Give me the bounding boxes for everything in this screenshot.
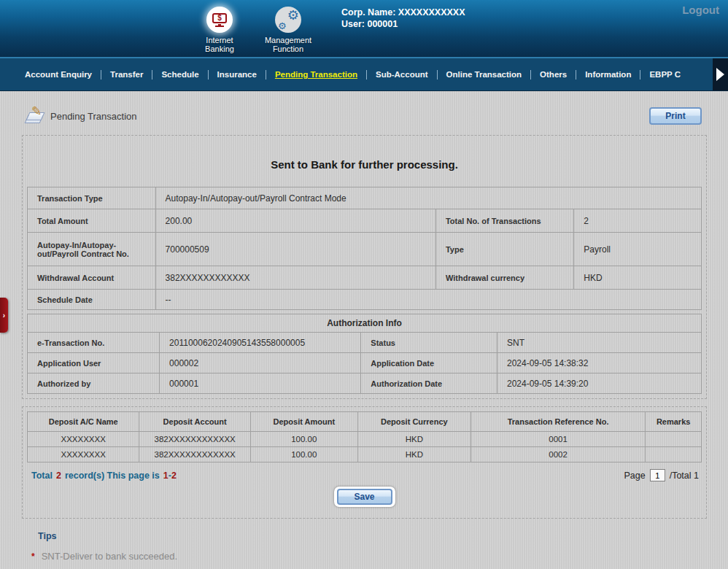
total-records-count: 2 [56, 471, 61, 481]
total-transactions-value: 2 [574, 209, 702, 233]
management-function-label-line1: Management [260, 36, 317, 44]
cell-deposit-ac-name: XXXXXXXX [28, 447, 139, 462]
etransaction-no-value: 2011000620240905143558000005 [160, 333, 361, 353]
corp-name-label: Corp. Name: [341, 7, 395, 18]
save-button-focus-ring: Save [334, 487, 395, 507]
status-label: Status [361, 333, 497, 353]
table-row: Total Amount 200.00 Total No. of Transac… [28, 209, 702, 233]
nav-item-pending-transaction[interactable]: Pending Transaction [266, 70, 366, 79]
logout-button[interactable]: Logout [682, 4, 719, 16]
withdrawal-currency-label: Withdrawal currency [435, 266, 573, 290]
internet-banking-app-switch[interactable]: $ Internet Banking [191, 7, 248, 53]
table-row: XXXXXXXX 382XXXXXXXXXXXX 100.00 HKD 0002 [28, 447, 702, 462]
authorized-by-label: Authorized by [28, 373, 160, 394]
transaction-detail-table: Transaction Type Autopay-In/Autopay-out/… [27, 187, 702, 310]
cell-deposit-amount: 100.00 [250, 447, 357, 462]
tip-item: *SNT-Deliver to bank succeeded. [31, 551, 728, 562]
nav-scroll-right-button[interactable] [713, 58, 728, 90]
records-summary-row: Total 2 record(s) This page is 1 - 2 Pag… [31, 469, 699, 481]
withdrawal-account-value: 382XXXXXXXXXXXX [155, 266, 435, 290]
table-row: Transaction Type Autopay-In/Autopay-out/… [28, 187, 702, 209]
nav-item-transfer[interactable]: Transfer [101, 70, 152, 79]
side-panel-expand-tab[interactable]: › [0, 298, 8, 333]
tips-title: Tips [38, 531, 728, 541]
page-heading: ✎ Pending Transaction Print [25, 107, 702, 125]
cell-deposit-account: 382XXXXXXXXXXXX [139, 432, 250, 447]
page-title: Pending Transaction [50, 111, 137, 122]
management-function-app-switch[interactable]: ⚙ ⚙ Management Function [260, 7, 317, 53]
range-end: 2 [171, 471, 177, 481]
deposit-list-panel: Deposit A/C Name Deposit Account Deposit… [22, 406, 707, 519]
nav-item-insurance[interactable]: Insurance [209, 70, 266, 79]
col-header-remarks: Remarks [646, 412, 702, 432]
authorization-date-label: Authorization Date [361, 373, 497, 394]
nav-item-information[interactable]: Information [576, 70, 640, 79]
col-header-deposit-account: Deposit Account [139, 412, 250, 432]
schedule-date-value: -- [155, 290, 701, 310]
cell-deposit-currency: HKD [357, 447, 471, 462]
chevron-right-icon: › [3, 311, 5, 320]
pagination-control: Page /Total 1 [624, 469, 699, 481]
type-label: Type [435, 233, 573, 266]
transaction-type-value: Autopay-In/Autopay-out/Payroll Contract … [155, 187, 701, 209]
nav-item-online-transaction[interactable]: Online Transaction [438, 70, 531, 79]
total-amount-label: Total Amount [28, 209, 156, 233]
table-row: Application User 000002 Application Date… [28, 353, 702, 373]
nav-item-sub-account[interactable]: Sub-Account [367, 70, 437, 79]
pending-transaction-icon: ✎ [25, 107, 45, 125]
table-row: Autopay-In/Autopay-out/Payroll Contract … [28, 233, 702, 266]
internet-banking-label-line2: Banking [191, 44, 248, 53]
col-header-deposit-ac-name: Deposit A/C Name [28, 412, 139, 432]
table-row: Withdrawal Account 382XXXXXXXXXXXX Withd… [28, 266, 702, 290]
application-date-value: 2024-09-05 14:38:32 [497, 353, 702, 373]
transaction-detail-panel: Sent to Bank for further processing. Tra… [22, 135, 707, 399]
internet-banking-icon: $ [206, 7, 233, 33]
col-header-deposit-currency: Deposit Currency [357, 412, 471, 432]
cell-deposit-ac-name: XXXXXXXX [28, 432, 139, 447]
authorization-info-title: Authorization Info [28, 314, 702, 333]
tip-text: SNT-Deliver to bank succeeded. [42, 551, 177, 562]
authorized-by-value: 000001 [160, 373, 361, 394]
pencil-icon: ✎ [31, 104, 42, 118]
gear-icon: ⚙ [278, 20, 287, 31]
cell-deposit-amount: 100.00 [250, 432, 357, 447]
total-amount-value: 200.00 [155, 209, 435, 233]
contract-no-label: Autopay-In/Autopay-out/Payroll Contract … [28, 233, 156, 266]
status-message: Sent to Bank for further processing. [27, 140, 702, 187]
nav-item-ebpp[interactable]: EBPP C [640, 70, 689, 79]
application-date-label: Application Date [361, 353, 497, 373]
print-button[interactable]: Print [649, 107, 702, 125]
records-range-text: record(s) This page is [65, 471, 160, 481]
cell-deposit-account: 382XXXXXXXXXXXX [139, 447, 250, 462]
etransaction-no-label: e-Transaction No. [28, 333, 160, 353]
nav-item-account-enquiry[interactable]: Account Enquiry [16, 70, 101, 79]
page-total-label: /Total 1 [670, 471, 699, 481]
nav-item-others[interactable]: Others [531, 70, 576, 79]
page-number-input[interactable] [650, 469, 665, 481]
save-button-row: Save [27, 487, 702, 507]
table-row: Schedule Date -- [28, 290, 702, 310]
col-header-deposit-amount: Deposit Amount [250, 412, 357, 432]
deposit-table: Deposit A/C Name Deposit Account Deposit… [27, 411, 702, 462]
top-header: $ Internet Banking ⚙ ⚙ Management Functi… [0, 0, 728, 57]
withdrawal-currency-value: HKD [574, 266, 702, 290]
authorization-info-table: Authorization Info e-Transaction No. 201… [27, 314, 702, 394]
transaction-type-label: Transaction Type [28, 187, 156, 209]
internet-banking-label-line1: Internet [191, 36, 248, 44]
monitor-dollar-icon: $ [212, 13, 227, 27]
nav-item-schedule[interactable]: Schedule [152, 70, 207, 79]
cell-transaction-reference-no: 0001 [471, 432, 645, 447]
main-navigation: Account Enquiry Transfer Schedule Insura… [0, 57, 728, 91]
save-button[interactable]: Save [337, 489, 392, 505]
cell-transaction-reference-no: 0002 [471, 447, 645, 462]
range-start: 1 [163, 471, 169, 481]
page-label: Page [624, 471, 645, 481]
asterisk-icon: * [31, 551, 35, 562]
status-value: SNT [497, 333, 702, 353]
authorization-date-value: 2024-09-05 14:39:20 [497, 373, 702, 394]
cell-remarks [646, 432, 702, 447]
withdrawal-account-label: Withdrawal Account [28, 266, 156, 290]
application-user-label: Application User [28, 353, 160, 373]
cell-deposit-currency: HKD [357, 432, 471, 447]
total-transactions-label: Total No. of Transactions [435, 209, 573, 233]
